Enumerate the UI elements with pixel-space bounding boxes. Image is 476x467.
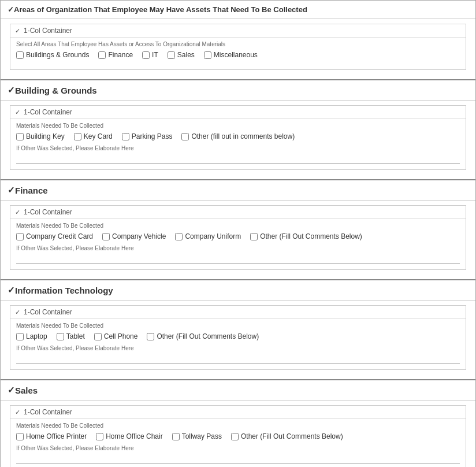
it-container-label: 1-Col Container (24, 308, 72, 316)
checkbox-home-printer-input[interactable] (16, 433, 24, 440)
checkbox-company-vehicle-label: Company Vehicle (112, 232, 166, 240)
checkbox-it-other-input[interactable] (147, 333, 154, 340)
buildings-materials-label: Materials Needed To Be Collected (16, 123, 460, 129)
buildings-title: Building & Grounds (15, 86, 97, 95)
checkbox-finance-top[interactable]: Finance (98, 51, 133, 59)
checkbox-sales-other-input[interactable] (231, 433, 239, 440)
it-container-content: Materials Needed To Be Collected Laptop … (10, 319, 466, 369)
checkbox-finance-top-input[interactable] (98, 51, 106, 59)
checkbox-credit-card[interactable]: Company Credit Card (16, 232, 93, 240)
finance-container: ✓ 1-Col Container Materials Needed To Be… (10, 205, 466, 270)
finance-container-label: 1-Col Container (24, 208, 72, 216)
checkbox-building-key[interactable]: Building Key (16, 132, 65, 140)
checkbox-parking-pass-label: Parking Pass (132, 132, 173, 140)
finance-section-header: ✓ Finance (1, 180, 475, 201)
it-other-input[interactable] (16, 353, 460, 364)
checkbox-cell-phone-input[interactable] (94, 333, 102, 340)
it-body: ✓ 1-Col Container Materials Needed To Be… (1, 305, 475, 379)
checkbox-buildings-grounds-input[interactable] (16, 51, 24, 59)
it-materials-label: Materials Needed To Be Collected (16, 323, 460, 329)
checkbox-home-printer-label: Home Office Printer (26, 432, 87, 440)
sales-container: ✓ 1-Col Container Materials Needed To Be… (10, 405, 466, 467)
checkbox-buildings-grounds-label: Buildings & Grounds (26, 51, 89, 59)
checkbox-tablet-input[interactable] (57, 333, 64, 340)
it-other-label: If Other Was Selected, Please Elaborate … (16, 345, 460, 351)
finance-container-chevron-icon: ✓ (15, 209, 20, 216)
finance-other-input[interactable] (16, 253, 460, 264)
checkbox-finance-other-input[interactable] (250, 233, 258, 240)
checkbox-company-uniform[interactable]: Company Uniform (175, 232, 241, 240)
checkbox-home-printer[interactable]: Home Office Printer (16, 432, 87, 440)
checkbox-company-vehicle-input[interactable] (102, 233, 110, 240)
checkbox-laptop-label: Laptop (26, 332, 47, 340)
checkbox-tollway-pass[interactable]: Tollway Pass (172, 432, 222, 440)
top-container-chevron-icon: ✓ (15, 27, 20, 35)
checkbox-company-uniform-label: Company Uniform (185, 232, 241, 240)
checkbox-credit-card-input[interactable] (16, 233, 24, 240)
checkbox-company-uniform-input[interactable] (175, 233, 183, 240)
buildings-container-header: ✓ 1-Col Container (10, 106, 466, 119)
checkbox-building-key-label: Building Key (26, 132, 65, 140)
it-title: Information Technology (15, 286, 113, 295)
buildings-section-header: ✓ Building & Grounds (1, 80, 475, 101)
checkbox-parking-pass-input[interactable] (122, 133, 129, 140)
finance-section: ✓ Finance ✓ 1-Col Container Materials Ne… (1, 180, 475, 280)
checkbox-sales-other[interactable]: Other (Fill Out Comments Below) (231, 432, 343, 440)
top-container-label: 1-Col Container (24, 27, 72, 35)
checkbox-credit-card-label: Company Credit Card (26, 232, 93, 240)
sales-section-header: ✓ Sales (1, 380, 475, 401)
checkbox-finance-other-label: Other (Fill Out Comments Below) (260, 232, 362, 240)
top-container-block: ✓ 1-Col Container Select All Areas That … (10, 24, 466, 70)
checkbox-tollway-pass-input[interactable] (172, 433, 180, 440)
top-container-content: Select All Areas That Employee Has Asset… (10, 38, 466, 69)
finance-body: ✓ 1-Col Container Materials Needed To Be… (1, 205, 475, 279)
checkbox-sales-top[interactable]: Sales (168, 51, 195, 59)
sales-title: Sales (15, 386, 38, 395)
checkbox-parking-pass[interactable]: Parking Pass (122, 132, 173, 140)
it-container-chevron-icon: ✓ (15, 309, 20, 316)
checkbox-home-chair[interactable]: Home Office Chair (96, 432, 162, 440)
checkbox-buildings-other[interactable]: Other (fill out in comments below) (181, 132, 295, 140)
checkbox-it-other[interactable]: Other (Fill Out Comments Below) (147, 332, 259, 340)
sales-body: ✓ 1-Col Container Materials Needed To Be… (1, 405, 475, 467)
checkbox-key-card[interactable]: Key Card (74, 132, 113, 140)
checkbox-it-top-input[interactable] (142, 51, 150, 59)
buildings-checkboxes: Building Key Key Card Parking Pass (16, 132, 460, 140)
buildings-other-input[interactable] (16, 153, 460, 164)
sales-other-input[interactable] (16, 453, 460, 464)
checkbox-company-vehicle[interactable]: Company Vehicle (102, 232, 166, 240)
sales-container-content: Materials Needed To Be Collected Home Of… (10, 419, 466, 467)
sales-materials-label: Materials Needed To Be Collected (16, 422, 460, 429)
buildings-container-chevron-icon: ✓ (15, 109, 20, 116)
sales-container-chevron-icon: ✓ (15, 409, 20, 416)
finance-container-content: Materials Needed To Be Collected Company… (10, 219, 466, 269)
checkbox-cell-phone[interactable]: Cell Phone (94, 332, 138, 340)
sales-section: ✓ Sales ✓ 1-Col Container Materials Need… (1, 380, 475, 467)
top-section-header: ✓ Areas of Organization That Employee Ma… (1, 1, 475, 19)
checkbox-it-top[interactable]: IT (142, 51, 158, 59)
top-section-title: Areas of Organization That Employee May … (14, 5, 307, 14)
checkbox-laptop[interactable]: Laptop (16, 332, 47, 340)
checkbox-home-chair-label: Home Office Chair (106, 432, 162, 440)
finance-chevron-icon: ✓ (8, 185, 15, 195)
checkbox-key-card-label: Key Card (84, 132, 113, 140)
buildings-body: ✓ 1-Col Container Materials Needed To Be… (1, 105, 475, 179)
checkbox-buildings-other-input[interactable] (181, 133, 189, 140)
top-checkboxes-row: Buildings & Grounds Finance IT Sales (16, 51, 460, 59)
it-section-header: ✓ Information Technology (1, 280, 475, 301)
checkbox-misc-top-input[interactable] (204, 51, 211, 59)
buildings-chevron-icon: ✓ (8, 85, 15, 95)
checkbox-misc-top[interactable]: Miscellaneous (204, 51, 258, 59)
checkbox-buildings-grounds[interactable]: Buildings & Grounds (16, 51, 89, 59)
checkbox-it-top-label: IT (152, 51, 158, 59)
checkbox-laptop-input[interactable] (16, 333, 24, 340)
sales-other-label: If Other Was Selected, Please Elaborate … (16, 445, 460, 451)
checkbox-key-card-input[interactable] (74, 133, 81, 140)
checkbox-cell-phone-label: Cell Phone (104, 332, 138, 340)
checkbox-finance-other[interactable]: Other (Fill Out Comments Below) (250, 232, 362, 240)
checkbox-sales-top-input[interactable] (168, 51, 175, 59)
checkbox-tablet[interactable]: Tablet (57, 332, 85, 340)
buildings-container: ✓ 1-Col Container Materials Needed To Be… (10, 105, 466, 170)
checkbox-building-key-input[interactable] (16, 133, 24, 140)
checkbox-home-chair-input[interactable] (96, 433, 103, 440)
